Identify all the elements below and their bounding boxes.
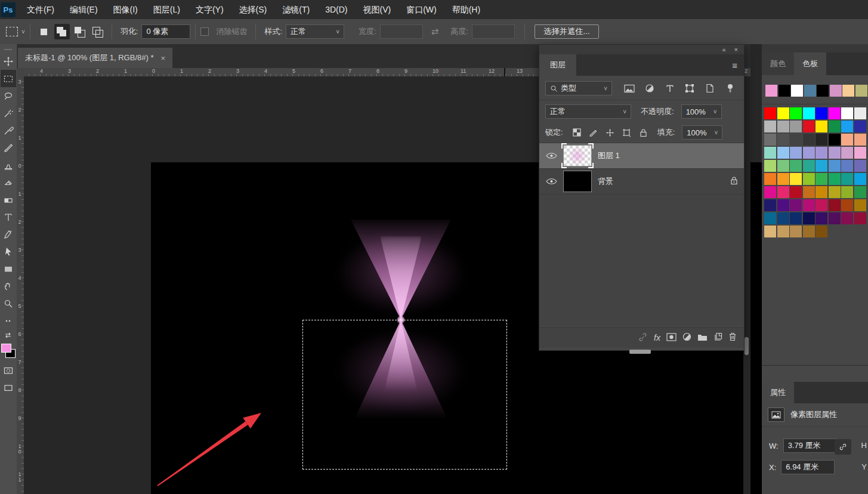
swatch[interactable] (790, 134, 802, 146)
new-group-folder-icon[interactable] (697, 333, 708, 343)
opacity-input[interactable]: 100%˅ (681, 104, 722, 119)
collapse-panel-icon[interactable]: « (722, 46, 725, 53)
swatch[interactable] (764, 173, 776, 185)
swatch[interactable] (803, 134, 815, 146)
lock-all-icon[interactable] (637, 126, 650, 139)
panel-grip-icon[interactable]: •••• (4, 47, 13, 51)
tab-properties[interactable]: 属性 (762, 382, 794, 403)
link-layers-icon[interactable] (638, 333, 648, 343)
swatch[interactable] (777, 226, 789, 237)
swatch[interactable] (841, 147, 853, 159)
menu-item[interactable]: 3D(D) (317, 0, 355, 19)
menu-item[interactable]: 滤镜(T) (274, 0, 317, 19)
swatch[interactable] (841, 186, 853, 198)
swatch[interactable] (829, 107, 841, 119)
menu-item[interactable]: 图层(L) (146, 0, 188, 19)
menu-item[interactable]: 图像(I) (106, 0, 146, 19)
clone-stamp-tool[interactable] (1, 156, 16, 174)
swatch[interactable] (854, 121, 866, 132)
swatch[interactable] (829, 121, 841, 132)
swatch[interactable] (777, 186, 789, 198)
lock-position-icon[interactable] (604, 126, 617, 139)
scrollbar-handle[interactable] (745, 337, 749, 355)
swatch[interactable] (816, 212, 827, 224)
swatch[interactable] (829, 186, 841, 198)
swatch[interactable] (854, 212, 866, 224)
swatch[interactable] (790, 173, 802, 185)
menu-item[interactable]: 文件(F) (19, 0, 62, 19)
swatch[interactable] (854, 199, 866, 211)
swatch[interactable] (841, 160, 853, 172)
swatch[interactable] (790, 212, 802, 224)
swatch[interactable] (841, 212, 853, 224)
swatch[interactable] (816, 134, 827, 146)
foreground-background-colors[interactable] (1, 344, 16, 358)
swatch[interactable] (841, 199, 853, 211)
swatch[interactable] (764, 121, 776, 132)
recent-swatch[interactable] (779, 85, 790, 97)
swatch[interactable] (854, 134, 866, 146)
filter-toggle-icon[interactable] (722, 82, 738, 95)
swatch[interactable] (816, 121, 827, 132)
layer-filter-select[interactable]: 类型 ˅ (545, 81, 612, 95)
menu-item[interactable]: 编辑(E) (62, 0, 106, 19)
recent-swatch[interactable] (830, 85, 842, 97)
swatch[interactable] (777, 147, 789, 159)
panel-menu-icon[interactable]: ≡ (732, 60, 744, 70)
visibility-eye-icon[interactable] (545, 178, 557, 185)
swatch[interactable] (790, 186, 802, 198)
layer-thumbnail[interactable] (563, 171, 592, 192)
hand-tool[interactable] (1, 277, 16, 295)
swatch[interactable] (854, 160, 866, 172)
filter-smart-objects-icon[interactable] (702, 82, 718, 95)
link-dimensions-button[interactable] (835, 439, 851, 455)
swatch[interactable] (829, 173, 841, 185)
selection-mode-subtract-button[interactable] (72, 24, 88, 39)
swatch[interactable] (829, 212, 841, 224)
screen-mode-button[interactable] (1, 379, 16, 396)
swatch[interactable] (816, 147, 827, 159)
swatch[interactable] (777, 121, 789, 132)
foreground-color-swatch[interactable] (1, 344, 11, 353)
menu-item[interactable]: 文字(Y) (188, 0, 231, 19)
swatch[interactable] (841, 107, 853, 119)
swatch[interactable] (854, 173, 866, 185)
move-tool[interactable] (1, 53, 16, 70)
swatch[interactable] (777, 212, 789, 224)
filter-adjustment-layers-icon[interactable] (642, 82, 657, 95)
recent-swatch[interactable] (855, 85, 867, 97)
swatch[interactable] (803, 147, 815, 159)
swatch[interactable] (790, 160, 802, 172)
filter-type-layers-icon[interactable] (662, 82, 678, 95)
recent-swatch[interactable] (804, 85, 816, 97)
new-layer-icon[interactable] (713, 332, 722, 343)
visibility-eye-icon[interactable] (545, 152, 557, 159)
tab-color[interactable]: 颜色 (762, 53, 794, 75)
fill-input[interactable]: 100%˅ (682, 125, 722, 140)
swatch[interactable] (803, 160, 815, 172)
swatch[interactable] (777, 134, 789, 146)
swatch[interactable] (803, 186, 815, 198)
swatch[interactable] (764, 199, 776, 211)
layer-name[interactable]: 背景 (598, 176, 613, 187)
swatch[interactable] (829, 134, 841, 146)
swatch[interactable] (841, 121, 853, 132)
new-adjustment-layer-icon[interactable] (682, 332, 691, 343)
swatch[interactable] (790, 199, 802, 211)
swatch[interactable] (816, 107, 827, 119)
swatch[interactable] (829, 199, 841, 211)
eraser-tool[interactable] (1, 174, 16, 191)
menu-item[interactable]: 视图(V) (355, 0, 399, 19)
document-tab[interactable]: 未标题-1 @ 100% (图层 1, RGB/8#) * × (18, 48, 172, 68)
swatch[interactable] (829, 147, 841, 159)
swatch[interactable] (816, 173, 827, 185)
close-panel-icon[interactable]: × (734, 46, 738, 53)
close-tab-icon[interactable]: × (160, 54, 165, 63)
feather-input[interactable]: 0 像素 (141, 24, 190, 39)
layer-row-background[interactable]: 背景 (539, 169, 744, 194)
style-select[interactable]: 正常˅ (286, 24, 344, 39)
filter-pixel-layers-icon[interactable] (622, 82, 637, 95)
swatch[interactable] (841, 173, 853, 185)
swap-dimensions-icon[interactable]: ⇄ (431, 26, 439, 37)
path-select-tool[interactable] (1, 243, 16, 260)
